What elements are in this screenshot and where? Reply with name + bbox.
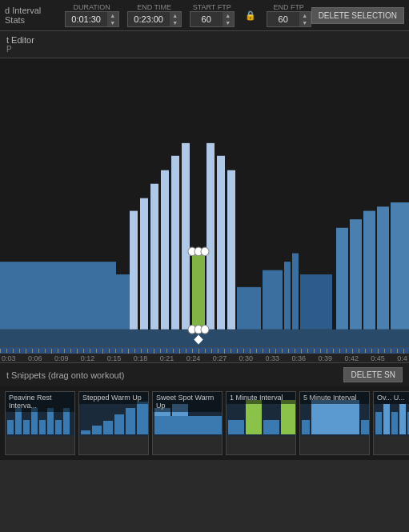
svg-rect-54 — [147, 349, 148, 353]
snippet-over-under[interactable]: Ov... U... — [373, 391, 409, 455]
start-ftp-down[interactable]: ▼ — [223, 19, 234, 26]
svg-rect-3 — [130, 211, 138, 330]
svg-rect-47 — [102, 349, 103, 354]
time-label-5: 0:18 — [134, 354, 148, 362]
svg-rect-55 — [154, 349, 154, 354]
svg-rect-117 — [246, 400, 262, 434]
svg-rect-11 — [217, 156, 225, 330]
svg-rect-74 — [275, 349, 276, 354]
stat-end-ftp: END FTP ▲ ▼ — [267, 3, 311, 27]
svg-rect-33 — [13, 349, 14, 353]
svg-rect-118 — [263, 420, 279, 434]
end-time-up[interactable]: ▲ — [170, 12, 181, 19]
svg-rect-76 — [288, 349, 289, 353]
svg-rect-128 — [399, 404, 406, 434]
svg-rect-15 — [284, 262, 291, 330]
svg-rect-35 — [26, 349, 26, 354]
delete-selection-button[interactable]: DELETE SELECTION — [311, 7, 404, 24]
end-ftp-spinners: ▲ ▼ — [299, 12, 311, 26]
snippet-1-minute-interval[interactable]: 1 Minute Interval — [226, 391, 296, 455]
time-label-9: 0:30 — [239, 354, 254, 362]
snippet-over-under-label: Ov... U... — [374, 392, 409, 404]
svg-rect-89 — [371, 349, 372, 353]
svg-point-26 — [201, 247, 209, 256]
svg-rect-126 — [383, 404, 390, 434]
lock-icon[interactable]: 🔒 — [243, 10, 259, 21]
svg-rect-81 — [320, 349, 321, 353]
svg-rect-20 — [363, 211, 375, 330]
svg-rect-122 — [311, 400, 359, 434]
chart-area[interactable] — [0, 58, 409, 346]
end-ftp-input-wrap: ▲ ▼ — [267, 11, 311, 27]
snippet-stepped-warm-up[interactable]: Stepped Warm Up — [78, 391, 149, 455]
time-label-12: 0:39 — [318, 354, 332, 362]
svg-rect-21 — [377, 206, 389, 330]
time-label-10: 0:33 — [266, 354, 280, 362]
svg-rect-92 — [391, 349, 391, 353]
svg-rect-52 — [134, 349, 135, 353]
svg-rect-93 — [397, 349, 398, 353]
svg-rect-100 — [39, 420, 46, 434]
stats-title: d Interval Stats — [5, 6, 57, 25]
snippet-peavine[interactable]: Peavine Rest Interva... — [5, 391, 75, 455]
snippets-row: Peavine Rest Interva... Stepped Warm Up — [0, 386, 409, 460]
svg-rect-116 — [228, 420, 244, 434]
svg-rect-62 — [198, 349, 199, 354]
time-labels: 0:03 0:06 0:09 0:12 0:15 0:18 0:21 0:24 … — [0, 354, 409, 362]
editor-title: t Editor — [6, 35, 403, 45]
svg-rect-44 — [83, 349, 84, 353]
snippet-5-minute-interval[interactable]: 5 Minute Interval — [299, 391, 370, 455]
svg-point-29 — [201, 326, 209, 334]
svg-rect-53 — [141, 349, 142, 353]
time-label-0: 0:03 — [2, 354, 16, 362]
svg-rect-73 — [269, 349, 270, 353]
end-ftp-down[interactable]: ▼ — [299, 19, 311, 26]
start-ftp-input-wrap: ▲ ▼ — [190, 11, 235, 27]
snippet-5-minute-interval-label: 5 Minute Interval — [300, 392, 369, 404]
start-ftp-up[interactable]: ▲ — [223, 12, 234, 19]
svg-rect-85 — [346, 349, 347, 353]
end-ftp-input[interactable] — [267, 13, 299, 26]
svg-rect-37 — [38, 349, 39, 353]
delete-snippet-button[interactable]: DELETE SN — [343, 367, 403, 382]
svg-rect-34 — [19, 349, 20, 353]
svg-rect-12 — [227, 170, 235, 330]
svg-rect-69 — [243, 349, 244, 353]
time-label-2: 0:09 — [54, 354, 69, 362]
svg-rect-22 — [391, 202, 409, 330]
tick-marks-svg — [0, 349, 409, 354]
svg-rect-48 — [109, 349, 110, 353]
svg-rect-80 — [314, 349, 315, 353]
svg-rect-105 — [81, 430, 90, 434]
start-ftp-input[interactable] — [190, 13, 223, 26]
duration-input[interactable] — [66, 13, 107, 26]
svg-rect-39 — [51, 349, 52, 354]
end-ftp-up[interactable]: ▲ — [299, 12, 311, 19]
stat-end-time: END TIME ▲ ▼ — [127, 3, 182, 27]
svg-rect-40 — [58, 349, 58, 353]
duration-down[interactable]: ▼ — [107, 19, 118, 26]
duration-spinners: ▲ ▼ — [107, 12, 118, 26]
time-label-1: 0:06 — [28, 354, 42, 362]
svg-rect-78 — [301, 349, 302, 354]
end-time-input[interactable] — [128, 13, 170, 26]
duration-up[interactable]: ▲ — [107, 12, 118, 19]
svg-rect-61 — [192, 349, 193, 353]
svg-rect-65 — [218, 349, 219, 353]
svg-rect-102 — [55, 420, 62, 434]
time-label-4: 0:15 — [107, 354, 122, 362]
svg-rect-91 — [384, 349, 385, 353]
svg-rect-86 — [352, 349, 353, 354]
stats-bar: d Interval Stats DURATION ▲ ▼ END TIME ▲… — [0, 0, 409, 31]
start-ftp-spinners: ▲ ▼ — [223, 12, 234, 26]
svg-rect-94 — [403, 349, 404, 354]
svg-rect-9 — [192, 254, 205, 330]
duration-label: DURATION — [73, 3, 110, 11]
svg-rect-59 — [179, 349, 180, 354]
end-time-down[interactable]: ▼ — [170, 19, 181, 26]
stats-bar-left: d Interval Stats DURATION ▲ ▼ END TIME ▲… — [5, 3, 311, 27]
svg-rect-67 — [231, 349, 231, 353]
svg-rect-5 — [150, 184, 158, 330]
svg-rect-70 — [250, 349, 251, 354]
snippet-sweet-spot-warm-up[interactable]: Sweet Spot Warm Up — [152, 391, 223, 455]
